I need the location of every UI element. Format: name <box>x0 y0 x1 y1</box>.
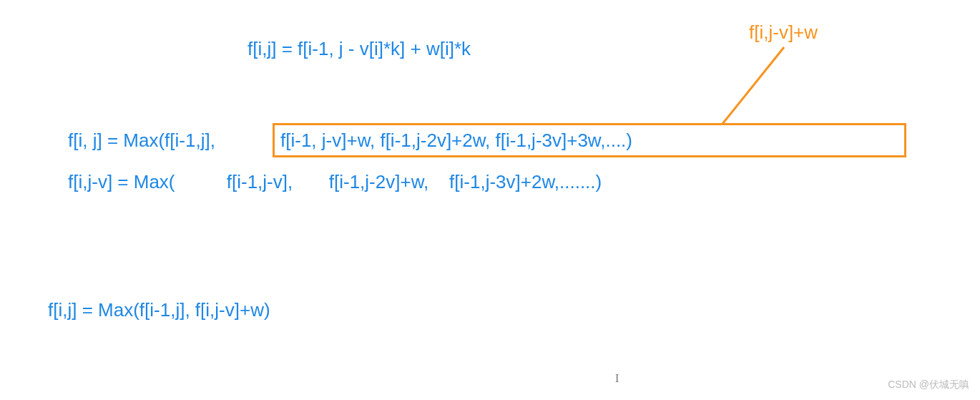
formula-line-2-left: f[i, j] = Max(f[i-1,j], <box>68 130 215 152</box>
svg-line-0 <box>722 47 784 124</box>
watermark: CSDN @伏城无嗔 <box>888 379 969 391</box>
annotation-label: f[i,j-v]+w <box>749 21 818 44</box>
formula-line-2-boxed: f[i-1, j-v]+w, f[i-1,j-2v]+2w, f[i-1,j-3… <box>280 130 632 152</box>
text-cursor: I <box>615 372 619 385</box>
formula-line-3: f[i,j-v] = Max( f[i-1,j-v], f[i-1,j-2v]+… <box>68 171 602 193</box>
pointer-line <box>0 0 980 400</box>
formula-line-1: f[i,j] = f[i-1, j - v[i]*k] + w[i]*k <box>248 38 471 60</box>
formula-line-4: f[i,j] = Max(f[i-1,j], f[i,j-v]+w) <box>48 299 270 321</box>
